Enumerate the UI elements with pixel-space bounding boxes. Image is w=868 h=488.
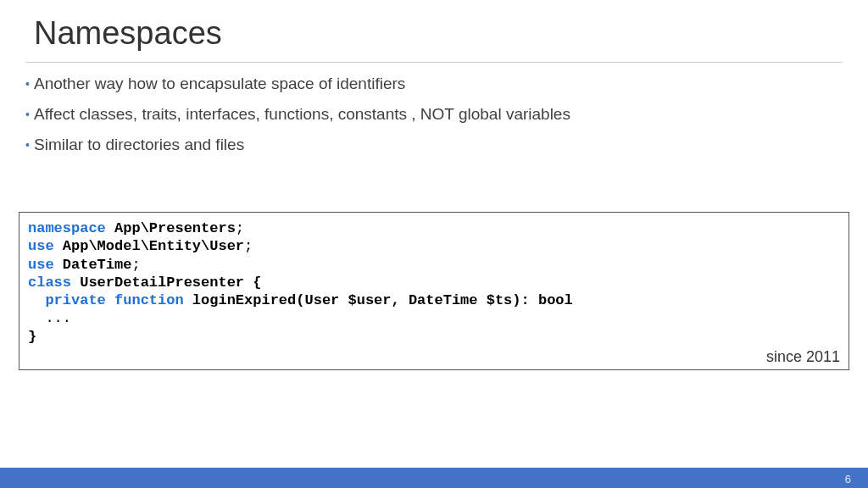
- code-text: ;: [131, 257, 140, 273]
- bullet-item: Affect classes, traits, interfaces, func…: [25, 105, 843, 124]
- code-identifier: App\Model\Entity\User: [54, 238, 244, 254]
- keyword-private: private: [45, 292, 105, 308]
- code-text: ;: [236, 220, 244, 236]
- code-identifier: App\Presenters: [106, 220, 236, 236]
- code-line: use DateTime;: [28, 256, 840, 274]
- bullet-item: Another way how to encapsulate space of …: [25, 75, 843, 93]
- since-label: since 2011: [28, 347, 840, 367]
- code-line: }: [28, 328, 840, 346]
- footer-bar: 6: [0, 468, 868, 488]
- keyword-use: use: [28, 257, 54, 273]
- code-text: ;: [244, 238, 253, 254]
- page-number: 6: [845, 473, 851, 485]
- keyword-use: use: [28, 238, 54, 254]
- code-line: private function loginExpired(User $user…: [28, 291, 840, 309]
- code-identifier: DateTime: [54, 257, 132, 273]
- code-line: class UserDetailPresenter {: [28, 274, 840, 291]
- code-line: use App\Model\Entity\User;: [28, 237, 840, 255]
- code-identifier: loginExpired(User $user, DateTime $ts): …: [184, 292, 573, 308]
- bullet-list: Another way how to encapsulate space of …: [0, 75, 868, 154]
- code-brace: }: [28, 329, 36, 345]
- slide-title: Namespaces: [0, 0, 868, 60]
- keyword-function: function: [114, 292, 184, 308]
- code-line: ...: [28, 309, 840, 327]
- keyword-namespace: namespace: [28, 220, 106, 236]
- bullet-item: Similar to directories and files: [25, 136, 843, 154]
- code-indent: [28, 292, 45, 308]
- code-space: [106, 292, 114, 308]
- title-divider: [25, 62, 843, 63]
- code-example-box: namespace App\Presenters; use App\Model\…: [19, 212, 849, 370]
- keyword-class: class: [28, 274, 71, 291]
- code-line: namespace App\Presenters;: [28, 219, 840, 237]
- code-identifier: UserDetailPresenter {: [71, 274, 261, 291]
